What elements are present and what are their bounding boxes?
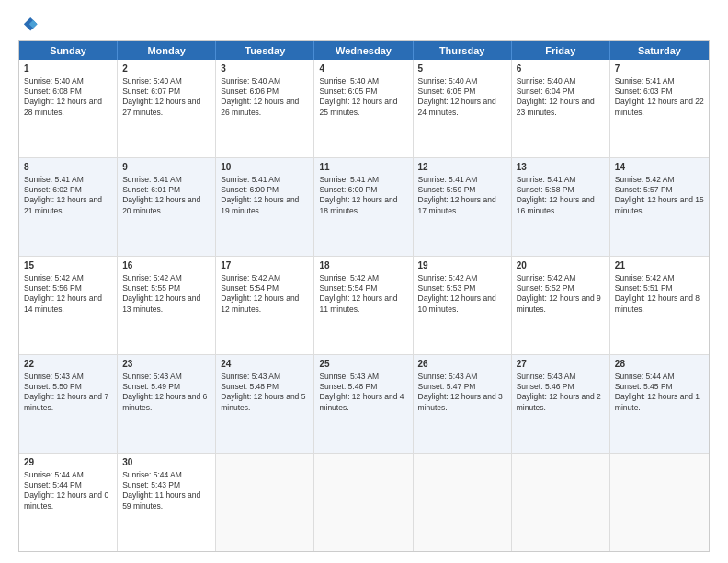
day-info: Sunrise: 5:41 AMSunset: 6:02 PMDaylight:… [24,175,102,215]
header-day-tuesday: Tuesday [216,41,314,60]
calendar-cell-empty [314,454,413,551]
calendar-cell-16: 16Sunrise: 5:42 AMSunset: 5:55 PMDayligh… [118,257,216,354]
day-number: 25 [319,358,407,371]
calendar-cell-26: 26Sunrise: 5:43 AMSunset: 5:47 PMDayligh… [414,355,512,453]
calendar-cell-8: 8Sunrise: 5:41 AMSunset: 6:02 PMDaylight… [19,158,118,256]
calendar-cell-22: 22Sunrise: 5:43 AMSunset: 5:50 PMDayligh… [19,355,118,453]
logo [18,15,42,35]
header-day-saturday: Saturday [610,41,709,60]
day-info: Sunrise: 5:42 AMSunset: 5:56 PMDaylight:… [24,273,102,314]
day-info: Sunrise: 5:42 AMSunset: 5:52 PMDaylight:… [517,273,601,314]
calendar-cell-29: 29Sunrise: 5:44 AMSunset: 5:44 PMDayligh… [19,454,118,551]
calendar-cell-9: 9Sunrise: 5:41 AMSunset: 6:01 PMDaylight… [118,158,216,256]
day-number: 24 [221,358,309,371]
day-info: Sunrise: 5:44 AMSunset: 5:44 PMDaylight:… [24,470,108,511]
header-day-thursday: Thursday [414,41,512,60]
day-info: Sunrise: 5:41 AMSunset: 6:03 PMDaylight:… [615,76,704,117]
calendar-cell-empty [414,454,512,551]
day-number: 9 [122,161,210,174]
day-number: 27 [517,358,605,371]
header-day-sunday: Sunday [19,41,118,60]
day-number: 14 [615,161,704,174]
day-info: Sunrise: 5:43 AMSunset: 5:48 PMDaylight:… [319,372,404,412]
calendar-cell-21: 21Sunrise: 5:42 AMSunset: 5:51 PMDayligh… [610,257,709,354]
day-info: Sunrise: 5:41 AMSunset: 6:00 PMDaylight:… [319,175,397,215]
calendar-cell-20: 20Sunrise: 5:42 AMSunset: 5:52 PMDayligh… [512,257,610,354]
day-info: Sunrise: 5:41 AMSunset: 5:59 PMDaylight:… [418,175,496,215]
day-info: Sunrise: 5:40 AMSunset: 6:08 PMDaylight:… [24,76,102,117]
day-number: 2 [122,63,210,75]
calendar-row-2: 8Sunrise: 5:41 AMSunset: 6:02 PMDaylight… [19,158,709,257]
calendar: SundayMondayTuesdayWednesdayThursdayFrid… [18,40,710,552]
calendar-cell-30: 30Sunrise: 5:44 AMSunset: 5:43 PMDayligh… [118,454,216,551]
day-number: 13 [517,161,605,174]
day-number: 26 [418,358,506,371]
day-info: Sunrise: 5:42 AMSunset: 5:57 PMDaylight:… [615,175,704,215]
calendar-row-4: 22Sunrise: 5:43 AMSunset: 5:50 PMDayligh… [19,355,709,454]
day-number: 5 [418,63,506,75]
calendar-cell-5: 5Sunrise: 5:40 AMSunset: 6:05 PMDaylight… [414,60,512,157]
day-info: Sunrise: 5:42 AMSunset: 5:53 PMDaylight:… [418,273,496,314]
day-number: 22 [24,358,112,371]
day-info: Sunrise: 5:43 AMSunset: 5:49 PMDaylight:… [122,372,207,412]
calendar-cell-4: 4Sunrise: 5:40 AMSunset: 6:05 PMDaylight… [314,60,413,157]
calendar-cell-19: 19Sunrise: 5:42 AMSunset: 5:53 PMDayligh… [414,257,512,354]
day-number: 18 [319,259,407,272]
day-number: 10 [221,161,309,174]
calendar-body: 1Sunrise: 5:40 AMSunset: 6:08 PMDaylight… [19,60,709,551]
logo-icon [18,15,39,35]
day-info: Sunrise: 5:41 AMSunset: 6:01 PMDaylight:… [122,175,200,215]
day-number: 8 [24,161,112,174]
calendar-cell-13: 13Sunrise: 5:41 AMSunset: 5:58 PMDayligh… [512,158,610,256]
calendar-cell-11: 11Sunrise: 5:41 AMSunset: 6:00 PMDayligh… [314,158,413,256]
day-info: Sunrise: 5:44 AMSunset: 5:45 PMDaylight:… [615,372,700,412]
day-number: 28 [615,358,704,371]
header-day-wednesday: Wednesday [314,41,413,60]
calendar-cell-24: 24Sunrise: 5:43 AMSunset: 5:48 PMDayligh… [216,355,314,453]
day-info: Sunrise: 5:41 AMSunset: 6:00 PMDaylight:… [221,175,299,215]
calendar-row-1: 1Sunrise: 5:40 AMSunset: 6:08 PMDaylight… [19,60,709,158]
day-info: Sunrise: 5:40 AMSunset: 6:07 PMDaylight:… [122,76,200,117]
day-info: Sunrise: 5:40 AMSunset: 6:05 PMDaylight:… [418,76,496,117]
calendar-cell-25: 25Sunrise: 5:43 AMSunset: 5:48 PMDayligh… [314,355,413,453]
day-number: 17 [221,259,309,272]
day-info: Sunrise: 5:42 AMSunset: 5:55 PMDaylight:… [122,273,200,314]
day-number: 21 [615,259,704,272]
header-day-monday: Monday [118,41,216,60]
calendar-cell-10: 10Sunrise: 5:41 AMSunset: 6:00 PMDayligh… [216,158,314,256]
calendar-cell-1: 1Sunrise: 5:40 AMSunset: 6:08 PMDaylight… [19,60,118,157]
calendar-cell-3: 3Sunrise: 5:40 AMSunset: 6:06 PMDaylight… [216,60,314,157]
calendar-cell-empty [610,454,709,551]
calendar-cell-15: 15Sunrise: 5:42 AMSunset: 5:56 PMDayligh… [19,257,118,354]
calendar-cell-18: 18Sunrise: 5:42 AMSunset: 5:54 PMDayligh… [314,257,413,354]
calendar-cell-27: 27Sunrise: 5:43 AMSunset: 5:46 PMDayligh… [512,355,610,453]
header-day-friday: Friday [512,41,610,60]
day-info: Sunrise: 5:40 AMSunset: 6:06 PMDaylight:… [221,76,299,117]
day-number: 3 [221,63,309,75]
day-info: Sunrise: 5:40 AMSunset: 6:04 PMDaylight:… [517,76,595,117]
day-info: Sunrise: 5:43 AMSunset: 5:48 PMDaylight:… [221,372,305,412]
calendar-row-5: 29Sunrise: 5:44 AMSunset: 5:44 PMDayligh… [19,454,709,551]
calendar-cell-14: 14Sunrise: 5:42 AMSunset: 5:57 PMDayligh… [610,158,709,256]
day-number: 29 [24,456,112,469]
day-info: Sunrise: 5:41 AMSunset: 5:58 PMDaylight:… [517,175,595,215]
calendar-row-3: 15Sunrise: 5:42 AMSunset: 5:56 PMDayligh… [19,257,709,355]
day-number: 16 [122,259,210,272]
day-info: Sunrise: 5:43 AMSunset: 5:50 PMDaylight:… [24,372,108,412]
calendar-cell-23: 23Sunrise: 5:43 AMSunset: 5:49 PMDayligh… [118,355,216,453]
day-number: 4 [319,63,407,75]
header [18,15,710,35]
day-number: 20 [517,259,605,272]
day-info: Sunrise: 5:42 AMSunset: 5:54 PMDaylight:… [319,273,397,314]
day-number: 19 [418,259,506,272]
calendar-cell-empty [216,454,314,551]
calendar-header: SundayMondayTuesdayWednesdayThursdayFrid… [19,41,709,60]
calendar-cell-empty [512,454,610,551]
day-number: 6 [517,63,605,75]
day-number: 11 [319,161,407,174]
calendar-cell-7: 7Sunrise: 5:41 AMSunset: 6:03 PMDaylight… [610,60,709,157]
day-info: Sunrise: 5:40 AMSunset: 6:05 PMDaylight:… [319,76,397,117]
day-info: Sunrise: 5:42 AMSunset: 5:54 PMDaylight:… [221,273,299,314]
day-number: 1 [24,63,112,75]
day-number: 7 [615,63,704,75]
